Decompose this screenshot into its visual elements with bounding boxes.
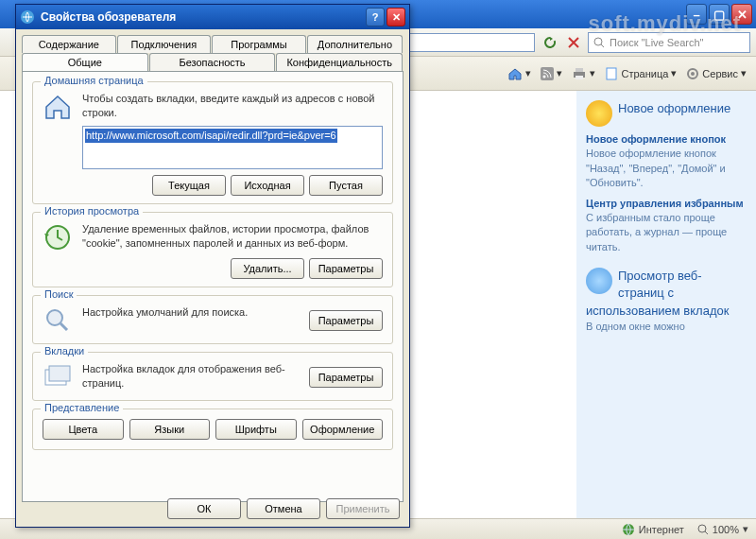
tabs-group: Вкладки Настройка вкладок для отображени… bbox=[32, 352, 393, 401]
feeds-button[interactable]: ▾ bbox=[541, 67, 562, 80]
apply-button[interactable]: Применить bbox=[326, 498, 400, 519]
promo-sidebar: Новое оформление Новое оформление кнопок… bbox=[576, 91, 756, 518]
search-input[interactable]: Поиск "Live Search" bbox=[588, 32, 750, 53]
home-icon bbox=[43, 92, 73, 122]
homepage-group: Домашняя страница Чтобы создать вкладки,… bbox=[32, 81, 393, 204]
search-placeholder: Поиск "Live Search" bbox=[610, 37, 703, 48]
promo-subhead-2: Центр управления избранным bbox=[586, 197, 747, 211]
delete-history-button[interactable]: Удалить... bbox=[231, 258, 304, 279]
star-icon bbox=[586, 100, 612, 127]
use-blank-button[interactable]: Пустая bbox=[309, 175, 383, 196]
search-desc: Настройка умолчаний для поиска. bbox=[82, 305, 300, 320]
svg-point-8 bbox=[691, 72, 695, 76]
homepage-url-value: http://www.microsoft.com/isapi/redir.dll… bbox=[85, 129, 337, 143]
zoom-control[interactable]: 100% ▾ bbox=[697, 523, 748, 535]
tabs-icon bbox=[586, 268, 612, 294]
tab-security[interactable]: Безопасность bbox=[149, 53, 276, 71]
colors-button[interactable]: Цвета bbox=[43, 419, 124, 440]
history-group: История просмотра Удаление временных фай… bbox=[32, 212, 393, 287]
help-button[interactable]: ? bbox=[366, 8, 385, 26]
tools-menu[interactable]: Сервис ▾ bbox=[686, 67, 747, 80]
magnifier-icon bbox=[43, 305, 73, 336]
svg-point-13 bbox=[47, 310, 62, 325]
home-button[interactable]: ▾ bbox=[507, 66, 531, 81]
maximize-button[interactable]: ▢ bbox=[709, 4, 730, 25]
address-input[interactable] bbox=[403, 33, 535, 52]
page-menu[interactable]: Страница ▾ bbox=[605, 67, 677, 80]
svg-rect-15 bbox=[49, 366, 70, 381]
minimize-button[interactable]: – bbox=[686, 4, 707, 25]
tab-panel-general: Домашняя страница Чтобы создать вкладки,… bbox=[22, 71, 404, 502]
cancel-button[interactable]: Отмена bbox=[247, 498, 320, 519]
search-group: Поиск Настройка умолчаний для поиска. Па… bbox=[32, 295, 393, 344]
tabs-settings-icon bbox=[43, 362, 73, 392]
zoom-icon bbox=[697, 524, 709, 535]
dialog-title: Свойства обозревателя bbox=[41, 10, 364, 24]
promo-text-1: Новое оформление кнопок "Назад", "Вперед… bbox=[586, 147, 747, 190]
tabs-settings-button[interactable]: Параметры bbox=[309, 367, 383, 388]
appearance-group-label: Представление bbox=[41, 402, 123, 413]
ok-button[interactable]: ОК bbox=[167, 498, 241, 519]
search-settings-button[interactable]: Параметры bbox=[309, 310, 383, 331]
tabs-desc: Настройка вкладок для отображения веб-ст… bbox=[82, 362, 300, 391]
appearance-group: Представление Цвета Языки Шрифты Оформле… bbox=[32, 409, 393, 450]
dialog-close-button[interactable]: ✕ bbox=[387, 8, 405, 26]
history-desc: Удаление временных файлов, истории просм… bbox=[82, 222, 383, 251]
svg-point-10 bbox=[698, 525, 706, 532]
use-default-button[interactable]: Исходная bbox=[231, 175, 304, 196]
svg-rect-4 bbox=[576, 68, 583, 72]
use-current-button[interactable]: Текущая bbox=[152, 175, 226, 196]
stop-icon[interactable] bbox=[564, 33, 582, 52]
globe-icon bbox=[622, 523, 635, 536]
security-zone[interactable]: Интернет bbox=[622, 523, 684, 536]
dialog-titlebar[interactable]: Свойства обозревателя ? ✕ bbox=[16, 5, 409, 29]
svg-rect-1 bbox=[541, 67, 554, 80]
promo-item-2: Просмотр веб-страниц с использованием вк… bbox=[586, 268, 747, 334]
ie-icon bbox=[20, 9, 35, 25]
internet-options-dialog: Свойства обозревателя ? ✕ Содержание Под… bbox=[15, 4, 410, 528]
refresh-icon[interactable] bbox=[541, 33, 558, 52]
svg-rect-5 bbox=[576, 76, 583, 79]
homepage-url-input[interactable]: http://www.microsoft.com/isapi/redir.dll… bbox=[82, 126, 383, 169]
tab-privacy[interactable]: Конфиденциальность bbox=[276, 53, 403, 71]
tab-connections[interactable]: Подключения bbox=[117, 35, 212, 53]
homepage-desc: Чтобы создать вкладки, введите каждый из… bbox=[82, 92, 383, 120]
close-button[interactable]: ✕ bbox=[731, 4, 752, 25]
promo-text-3: В одном окне можно bbox=[586, 320, 747, 334]
tab-general[interactable]: Общие bbox=[22, 53, 148, 71]
tab-content[interactable]: Содержание bbox=[22, 35, 116, 53]
svg-rect-6 bbox=[607, 68, 616, 79]
promo-item-1: Новое оформление Новое оформление кнопок… bbox=[586, 100, 747, 254]
languages-button[interactable]: Языки bbox=[129, 419, 211, 440]
fonts-button[interactable]: Шрифты bbox=[215, 419, 297, 440]
svg-point-2 bbox=[543, 75, 546, 78]
dialog-button-row: ОК Отмена Применить bbox=[16, 498, 409, 519]
history-group-label: История просмотра bbox=[41, 205, 143, 217]
tab-programs[interactable]: Программы bbox=[212, 35, 306, 53]
tab-strip: Содержание Подключения Программы Дополни… bbox=[22, 35, 404, 71]
history-settings-button[interactable]: Параметры bbox=[309, 258, 383, 279]
search-icon bbox=[593, 36, 606, 49]
history-icon bbox=[43, 222, 73, 252]
tabs-group-label: Вкладки bbox=[41, 345, 88, 356]
accessibility-button[interactable]: Оформление bbox=[302, 419, 384, 440]
promo-subhead-1: Новое оформление кнопок bbox=[586, 132, 747, 147]
search-group-label: Поиск bbox=[41, 288, 77, 300]
svg-point-0 bbox=[594, 38, 602, 45]
tab-advanced[interactable]: Дополнительно bbox=[307, 35, 403, 53]
print-button[interactable]: ▾ bbox=[572, 67, 595, 80]
promo-text-2: С избранным стало проще работать, а журн… bbox=[586, 211, 747, 254]
homepage-group-label: Домашняя страница bbox=[41, 75, 147, 86]
